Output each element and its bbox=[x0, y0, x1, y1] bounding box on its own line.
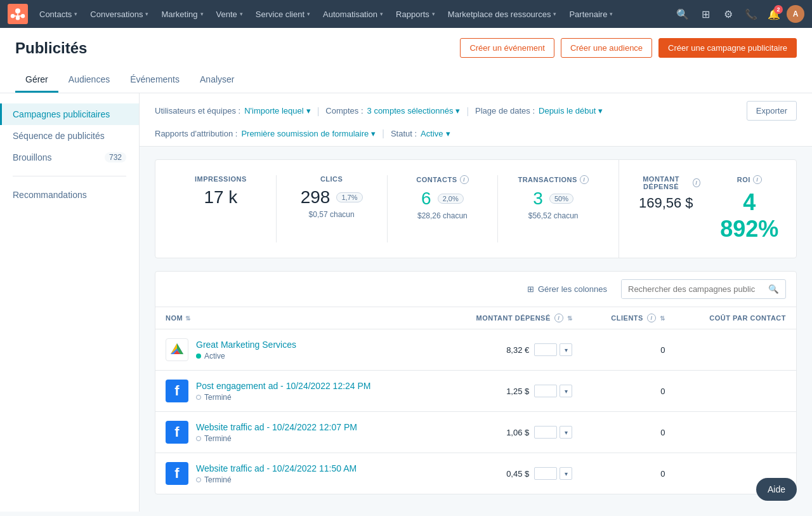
user-avatar[interactable]: A bbox=[787, 5, 804, 23]
clics-badge: 1,7% bbox=[336, 192, 362, 202]
clients-col-info-icon[interactable]: i bbox=[647, 314, 656, 322]
nav-marketing[interactable]: Marketing ▾ bbox=[155, 0, 209, 28]
campaign-name-link[interactable]: Website traffic ad - 10/24/2022 11:50 AM bbox=[196, 463, 357, 473]
transactions-info-icon[interactable]: i bbox=[580, 175, 589, 184]
nav-marketplace[interactable]: Marketplace des ressources ▾ bbox=[442, 0, 563, 28]
facebook-logo: f bbox=[166, 380, 188, 402]
tab-evenements[interactable]: Événements bbox=[120, 68, 190, 93]
top-navigation: Contacts ▾ Conversations ▾ Marketing ▾ V… bbox=[0, 0, 812, 28]
campaigns-tbody: Great Marketing Services Active 8,32 € ▾ bbox=[155, 329, 796, 494]
statut-label: Statut : bbox=[391, 129, 417, 138]
roi-info-icon[interactable]: i bbox=[753, 175, 762, 184]
search-button[interactable]: 🔍 bbox=[762, 280, 785, 298]
table-row: Great Marketing Services Active 8,32 € ▾ bbox=[155, 329, 796, 371]
montant-info-icon[interactable]: i bbox=[693, 178, 700, 187]
contacts-info-icon[interactable]: i bbox=[460, 175, 469, 184]
manage-columns-button[interactable]: ⊞ Gérer les colonnes bbox=[521, 281, 613, 298]
comptes-filter[interactable]: 3 comptes sélectionnés ▾ bbox=[367, 106, 461, 116]
nav-automatisation[interactable]: Automatisation ▾ bbox=[317, 0, 390, 28]
toggle-chevron[interactable]: ▾ bbox=[560, 467, 572, 480]
tab-audiences[interactable]: Audiences bbox=[58, 68, 120, 93]
stat-clics: CLICS 298 1,7% $0,57 chacun bbox=[277, 175, 388, 242]
contacts-sub: $28,26 chacun bbox=[395, 211, 490, 220]
status-label: Active bbox=[204, 352, 225, 361]
toggle-switch[interactable] bbox=[534, 467, 557, 480]
search-input[interactable] bbox=[622, 280, 762, 298]
campaign-clients-value: 0 bbox=[660, 387, 665, 396]
chevron-down-icon: ▾ bbox=[74, 11, 77, 17]
toggle-switch[interactable] bbox=[534, 343, 557, 356]
sidebar-item-sequence[interactable]: Séquence de publicités bbox=[0, 125, 139, 147]
sidebar-item-recommandations[interactable]: Recommandations bbox=[0, 184, 139, 206]
export-button[interactable]: Exporter bbox=[747, 101, 797, 121]
campaign-cout-cell bbox=[675, 371, 796, 412]
campaign-name-link[interactable]: Post engagement ad - 10/24/2022 12:24 PM bbox=[196, 381, 371, 391]
plage-label: Plage de dates : bbox=[475, 106, 535, 116]
chevron-down-icon: ▾ bbox=[380, 11, 383, 17]
toggle-group: ▾ bbox=[534, 385, 572, 397]
toggle-chevron[interactable]: ▾ bbox=[560, 385, 572, 397]
nav-service-client[interactable]: Service client ▾ bbox=[249, 0, 317, 28]
campaign-clients-cell: 0 bbox=[582, 329, 675, 371]
campaign-name-link[interactable]: Website traffic ad - 10/24/2022 12:07 PM bbox=[196, 422, 357, 432]
stat-roi: ROI i 4 892% bbox=[716, 175, 784, 242]
campaign-montant-cell: 0,45 $ ▾ bbox=[437, 453, 582, 494]
comptes-label: Comptes : bbox=[325, 106, 363, 116]
sort-icon: ⇅ bbox=[567, 315, 573, 322]
apps-icon[interactable]: ⊞ bbox=[695, 4, 716, 24]
main-layout: Campagnes publicitaires Séquence de publ… bbox=[0, 93, 812, 512]
campaigns-table: NOM ⇅ MONTANT DÉPENSÉ i ⇅ bbox=[155, 307, 796, 494]
status-dot bbox=[196, 354, 201, 359]
sidebar-item-campagnes[interactable]: Campagnes publicitaires bbox=[0, 103, 139, 125]
toggle-switch[interactable] bbox=[534, 426, 557, 439]
nav-rapports[interactable]: Rapports ▾ bbox=[390, 0, 442, 28]
col-cout: COÛT PAR CONTACT bbox=[675, 307, 796, 329]
search-icon[interactable]: 🔍 bbox=[672, 4, 693, 24]
tab-analyser[interactable]: Analyser bbox=[190, 68, 244, 93]
sidebar-divider bbox=[13, 176, 126, 176]
utilisateurs-label: Utilisateurs et équipes : bbox=[155, 106, 240, 116]
toggle-switch[interactable] bbox=[534, 385, 557, 397]
nav-conversations[interactable]: Conversations ▾ bbox=[84, 0, 155, 28]
create-event-button[interactable]: Créer un événement bbox=[460, 38, 554, 58]
help-button[interactable]: Aide bbox=[756, 478, 797, 501]
table-row: f Website traffic ad - 10/24/2022 11:50 … bbox=[155, 453, 796, 494]
notifications-icon[interactable]: 🔔 2 bbox=[764, 4, 784, 24]
montant-col-info-icon[interactable]: i bbox=[554, 314, 563, 322]
stats-main: IMPRESSIONS 17 k CLICS 298 1,7% $0,57 ch… bbox=[155, 160, 619, 258]
stats-right: MONTANT DÉPENSÉ i 169,56 $ ROI i 4 892% bbox=[619, 160, 796, 258]
phone-icon[interactable]: 📞 bbox=[741, 4, 761, 24]
nav-vente[interactable]: Vente ▾ bbox=[210, 0, 249, 28]
statut-filter[interactable]: Active ▾ bbox=[421, 129, 450, 138]
settings-icon[interactable]: ⚙ bbox=[718, 4, 738, 24]
attribution-filter[interactable]: Première soumission de formulaire ▾ bbox=[241, 129, 376, 138]
col-montant: MONTANT DÉPENSÉ i ⇅ bbox=[437, 307, 582, 329]
col-nom: NOM ⇅ bbox=[155, 307, 437, 329]
roi-value: 4 892% bbox=[716, 189, 784, 242]
campaign-status: Terminé bbox=[196, 393, 371, 402]
campaign-montant-cell: 8,32 € ▾ bbox=[437, 329, 582, 371]
toggle-chevron[interactable]: ▾ bbox=[560, 426, 572, 439]
sidebar-item-brouillons[interactable]: Brouillons 732 bbox=[0, 147, 139, 168]
sort-icon: ⇅ bbox=[185, 315, 191, 322]
status-dot bbox=[196, 477, 201, 482]
filters-bar: Utilisateurs et équipes : N'importe lequ… bbox=[140, 93, 812, 147]
campaign-clients-cell: 0 bbox=[582, 371, 675, 412]
hubspot-logo[interactable] bbox=[8, 4, 28, 24]
chevron-down-icon: ▾ bbox=[240, 11, 243, 17]
nav-contacts[interactable]: Contacts ▾ bbox=[33, 0, 84, 28]
plage-filter[interactable]: Depuis le début ▾ bbox=[539, 106, 603, 116]
tab-gerer[interactable]: Gérer bbox=[15, 68, 58, 93]
col-clients: CLIENTS i ⇅ bbox=[582, 307, 675, 329]
utilisateurs-filter[interactable]: N'importe lequel ▾ bbox=[244, 106, 311, 116]
create-campaign-button[interactable]: Créer une campagne publicitaire bbox=[658, 38, 797, 58]
table-row: f Website traffic ad - 10/24/2022 12:07 … bbox=[155, 412, 796, 453]
status-dot bbox=[196, 436, 201, 441]
create-audience-button[interactable]: Créer une audience bbox=[561, 38, 652, 58]
stat-impressions: IMPRESSIONS 17 k bbox=[166, 175, 277, 242]
toggle-chevron[interactable]: ▾ bbox=[560, 343, 572, 356]
stat-contacts: CONTACTS i 6 2,0% $28,26 chacun bbox=[388, 175, 499, 242]
nav-partenaire[interactable]: Partenaire ▾ bbox=[563, 0, 619, 28]
campaign-name-link[interactable]: Great Marketing Services bbox=[196, 340, 296, 350]
toggle-group: ▾ bbox=[534, 426, 572, 439]
